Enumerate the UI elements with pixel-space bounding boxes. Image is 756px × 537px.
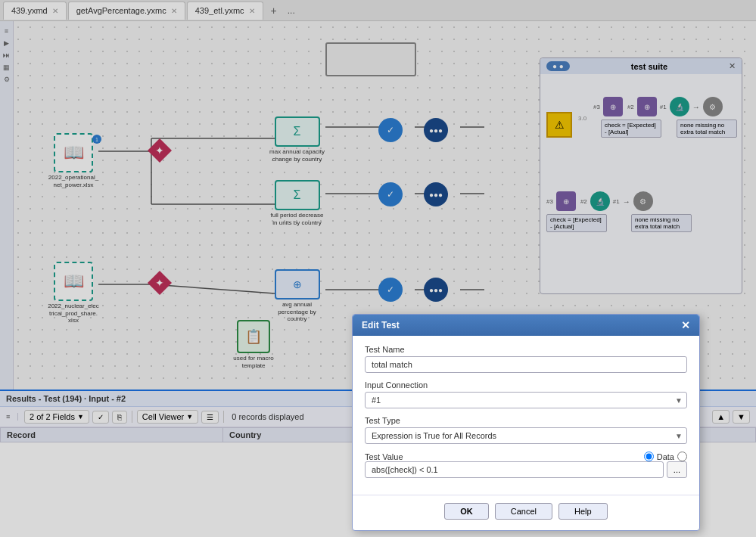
dialog-footer: OK Cancel Help <box>353 495 699 530</box>
test-type-label: Test Type <box>365 416 687 425</box>
edit-test-dialog: Edit Test ✕ Test Name Input Connection #… <box>352 314 700 531</box>
dialog-title-bar: Edit Test ✕ <box>353 315 699 336</box>
radio-other[interactable] <box>677 452 687 461</box>
form-row-input-connection: Input Connection #1 #2 #3 ▼ <box>365 380 687 408</box>
test-name-label: Test Name <box>365 345 687 354</box>
dialog-title: Edit Test <box>362 320 400 331</box>
form-row-test-value: Test Value Data ... <box>365 452 687 478</box>
test-type-wrap: Expression is True for All Records Expre… <box>365 427 687 444</box>
input-connection-label: Input Connection <box>365 380 687 390</box>
radio-data-label: Data <box>657 452 674 461</box>
test-value-input[interactable] <box>365 461 664 478</box>
radio-group: Data <box>644 452 687 461</box>
dialog-close-btn[interactable]: ✕ <box>681 319 690 331</box>
dialog-help-btn[interactable]: Help <box>558 503 608 520</box>
input-connection-select[interactable]: #1 #2 #3 <box>365 392 687 408</box>
test-value-label: Test Value <box>365 452 403 461</box>
form-value-row: ... <box>365 461 687 478</box>
radio-data[interactable] <box>644 452 654 461</box>
dialog-ok-btn[interactable]: OK <box>444 503 489 520</box>
dialog-cancel-btn[interactable]: Cancel <box>495 503 552 520</box>
test-type-select[interactable]: Expression is True for All Records Expre… <box>365 427 687 444</box>
dialog-body: Test Name Input Connection #1 #2 #3 ▼ Te… <box>353 336 699 495</box>
test-value-extra-btn[interactable]: ... <box>667 461 687 478</box>
form-row-test-type: Test Type Expression is True for All Rec… <box>365 416 687 444</box>
test-name-input[interactable] <box>365 356 687 373</box>
form-row-test-name: Test Name <box>365 345 687 373</box>
input-connection-wrap: #1 #2 #3 ▼ <box>365 392 687 408</box>
